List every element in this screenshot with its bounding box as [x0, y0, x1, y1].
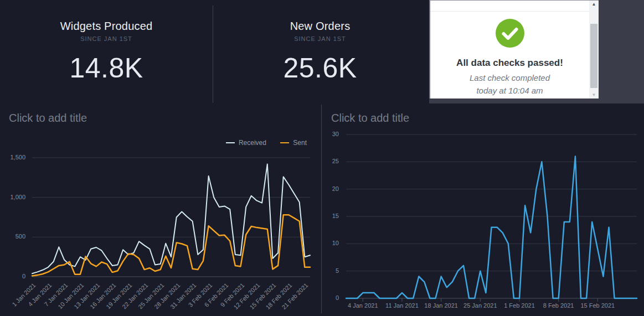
chart-plot-area: [32, 155, 310, 280]
y-axis-label: 0: [316, 294, 339, 301]
legend-label: Received: [239, 139, 266, 147]
legend-item-received: Received: [226, 139, 266, 147]
popup-detail-line1: Last check completed: [430, 73, 589, 82]
series-line-main: [346, 157, 637, 299]
widget-widgets-produced[interactable]: Widgets Produced SINCE JAN 1ST 14.8K: [0, 0, 213, 103]
y-axis-label: 20: [316, 185, 339, 192]
chart-title-placeholder[interactable]: Click to add title: [9, 112, 87, 125]
y-axis-label: 0: [0, 273, 25, 279]
scroll-up-icon[interactable]: ▲: [589, 2, 599, 7]
chart-legend: Received Sent: [32, 139, 307, 147]
kpi-value: 25.6K: [213, 52, 427, 84]
y-axis-label: 500: [0, 233, 25, 240]
chart-plot-area: [346, 132, 637, 303]
widget-new-orders[interactable]: New Orders SINCE JAN 1ST 25.6K: [213, 0, 427, 103]
series-line-Sent: [32, 215, 310, 276]
legend-swatch-received: [226, 142, 235, 143]
popup-scrollbar[interactable]: ▲ ▼: [589, 1, 599, 99]
kpi-subtitle: SINCE JAN 1ST: [213, 35, 427, 42]
legend-swatch-sent: [280, 142, 289, 143]
popup-divider: [430, 11, 589, 12]
data-checks-popup: All data checks passed! Last check compl…: [429, 0, 599, 99]
y-axis-label: 5: [316, 267, 339, 274]
x-axis-label: 15 Feb 2021: [573, 302, 622, 309]
popup-heading: All data checks passed!: [430, 58, 589, 69]
y-axis-label: 10: [316, 240, 339, 246]
scrollbar-thumb[interactable]: [590, 24, 597, 88]
legend-label: Sent: [293, 139, 307, 147]
kpi-title: New Orders: [213, 20, 427, 33]
series-line-Received: [32, 164, 310, 274]
popup-detail-line2: today at 10:04 am: [430, 86, 589, 95]
y-axis-label: 1,500: [0, 154, 25, 160]
scroll-down-icon[interactable]: ▼: [589, 92, 599, 97]
kpi-title: Widgets Produced: [0, 20, 213, 33]
kpi-subtitle: SINCE JAN 1ST: [0, 35, 213, 42]
legend-item-sent: Sent: [280, 139, 307, 147]
chart-title-placeholder[interactable]: Click to add title: [331, 112, 409, 125]
y-axis-label: 25: [316, 158, 339, 164]
kpi-value: 14.8K: [0, 52, 213, 84]
dashboard: Widgets Produced SINCE JAN 1ST 14.8K New…: [0, 0, 644, 316]
check-circle-icon: [430, 19, 589, 50]
y-axis-label: 1,000: [0, 194, 25, 200]
y-axis-label: 15: [316, 213, 339, 219]
y-axis-label: 30: [316, 131, 339, 137]
